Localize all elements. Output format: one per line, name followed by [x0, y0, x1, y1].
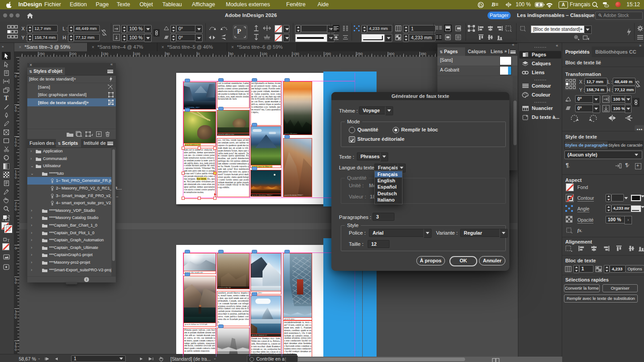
- svg-text:T: T: [7, 238, 10, 243]
